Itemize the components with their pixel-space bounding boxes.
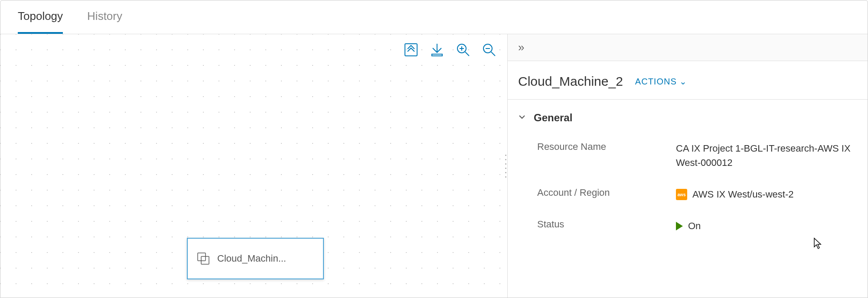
tab-topology[interactable]: Topology — [18, 0, 63, 34]
topology-node-label: Cloud_Machin... — [217, 253, 286, 264]
collapse-all-icon[interactable] — [403, 42, 419, 58]
actions-dropdown[interactable]: ACTIONS ⌄ — [635, 76, 687, 87]
svg-line-8 — [491, 52, 495, 56]
download-icon[interactable] — [429, 42, 445, 58]
svg-rect-10 — [198, 253, 206, 261]
panel-title: Cloud_Machine_2 — [518, 74, 623, 89]
canvas-toolbar — [403, 42, 497, 58]
topology-canvas[interactable]: Cloud_Machin... — [0, 34, 508, 298]
tab-bar: Topology History — [0, 0, 868, 34]
value-status: On — [676, 219, 857, 233]
tab-history[interactable]: History — [87, 0, 122, 34]
panel-body: General Resource Name CA IX Project 1-BG… — [508, 100, 868, 262]
label-status: Status — [537, 219, 676, 233]
topology-node[interactable]: Cloud_Machin... — [187, 238, 324, 279]
svg-rect-11 — [201, 256, 209, 264]
app-window: Topology History — [0, 0, 868, 298]
row-resource-name: Resource Name CA IX Project 1-BGL-IT-res… — [518, 141, 857, 170]
section-general-title: General — [534, 112, 572, 124]
status-on-icon — [676, 222, 683, 230]
zoom-in-icon[interactable] — [455, 42, 471, 58]
label-resource-name: Resource Name — [537, 141, 676, 170]
row-account-region: Account / Region aws AWS IX West/us-west… — [518, 187, 857, 201]
chevron-down-icon: ⌄ — [679, 76, 687, 87]
details-panel: » Cloud_Machine_2 ACTIONS ⌄ General Reso… — [508, 34, 868, 298]
svg-rect-2 — [432, 54, 442, 56]
aws-icon: aws — [676, 189, 687, 200]
zoom-out-icon[interactable] — [481, 42, 497, 58]
content-area: Cloud_Machin... » Cloud_Machine_2 ACTION… — [0, 34, 868, 298]
panel-header-bar: » — [508, 34, 868, 61]
chevron-down-icon — [518, 113, 526, 123]
panel-resize-handle[interactable] — [503, 153, 508, 179]
vm-icon — [196, 252, 210, 266]
panel-collapse-icon[interactable]: » — [518, 41, 524, 54]
svg-line-4 — [465, 52, 469, 56]
value-account-region: aws AWS IX West/us-west-2 — [676, 187, 857, 201]
section-general-header[interactable]: General — [518, 112, 857, 124]
actions-label: ACTIONS — [635, 77, 677, 87]
value-resource-name: CA IX Project 1-BGL-IT-research-AWS IX W… — [676, 141, 857, 170]
label-account-region: Account / Region — [537, 187, 676, 201]
row-status: Status On — [518, 219, 857, 233]
panel-title-row: Cloud_Machine_2 ACTIONS ⌄ — [508, 61, 868, 100]
